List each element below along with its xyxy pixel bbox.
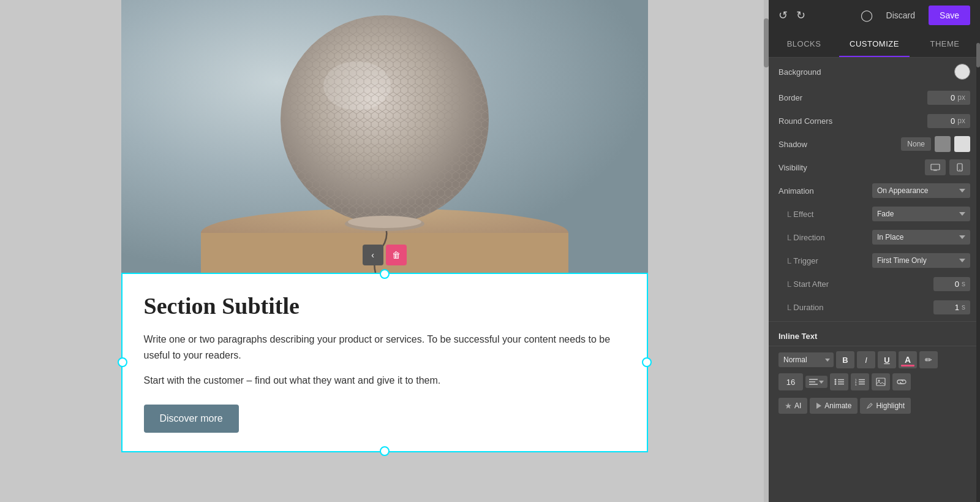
ordered-list-button[interactable]: 1.2.3. <box>851 373 869 390</box>
right-panel: ↺ ↻ ◯ Discard Save BLOCKS CUSTOMIZE THEM… <box>769 0 980 502</box>
panel-toolbar: ↺ ↻ ◯ Discard Save <box>769 0 980 31</box>
direction-select[interactable]: In Place From Left From Right From Top F… <box>872 230 970 245</box>
text-color-button[interactable]: A <box>899 351 917 368</box>
duration-row: Duration 1 s <box>769 295 980 319</box>
image-toolbar: ‹ 🗑 <box>363 245 407 265</box>
round-corners-row: Round Corners 0 px <box>769 109 980 132</box>
start-after-row: Start After 0 s <box>769 272 980 295</box>
text-section[interactable]: Section Subtitle Write one or two paragr… <box>121 273 648 452</box>
bold-button[interactable]: B <box>836 351 854 368</box>
highlight-button[interactable]: Highlight <box>860 398 911 414</box>
shadow-label: Shadow <box>778 140 846 149</box>
round-corners-label: Round Corners <box>778 116 846 126</box>
shadow-none-button[interactable]: None <box>901 137 931 151</box>
discard-button[interactable]: Discard <box>880 7 921 24</box>
svg-point-16 <box>835 379 837 381</box>
color-a-underline <box>901 365 914 367</box>
device-icon[interactable]: ◯ <box>861 9 873 22</box>
border-unit: px <box>957 93 965 102</box>
round-corners-controls: 0 px <box>927 114 970 128</box>
redo-button[interactable]: ↻ <box>796 9 805 22</box>
font-size-input[interactable]: 16 <box>778 373 803 390</box>
visibility-controls <box>925 159 970 175</box>
inline-text-label: Inline Text <box>778 332 817 341</box>
border-controls: 0 px <box>927 91 970 105</box>
toolbar-actions: ◯ Discard Save <box>861 6 970 25</box>
text-style-select[interactable]: Normal Heading 1 Heading 2 Heading 3 <box>778 352 834 367</box>
effect-label: Effect <box>778 210 846 219</box>
visibility-desktop-button[interactable] <box>925 159 946 175</box>
animate-button[interactable]: Animate <box>810 398 858 414</box>
image-block: ‹ 🗑 <box>121 0 648 273</box>
canvas-scrollbar-thumb <box>764 18 769 67</box>
svg-text:3.: 3. <box>855 383 857 386</box>
save-button[interactable]: Save <box>929 6 970 25</box>
section-body-2: Start with the customer – find out what … <box>144 373 625 389</box>
italic-button[interactable]: I <box>857 351 875 368</box>
back-button[interactable]: ‹ <box>363 245 383 265</box>
border-row: Border 0 px <box>769 86 980 109</box>
animation-controls: On Appearance On Click On Scroll <box>872 183 970 198</box>
align-dropdown[interactable] <box>805 376 827 388</box>
undo-button[interactable]: ↺ <box>778 9 788 22</box>
svg-rect-10 <box>931 164 940 170</box>
delete-button[interactable]: 🗑 <box>386 245 407 265</box>
round-corners-unit: px <box>957 116 965 125</box>
start-after-controls: 0 s <box>933 277 970 291</box>
panel-content: Background Border 0 px Round Corners 0 p… <box>769 58 980 502</box>
duration-label: Duration <box>778 303 846 312</box>
svg-point-6 <box>281 15 489 224</box>
visibility-label: Visibility <box>778 163 846 172</box>
tab-customize[interactable]: CUSTOMIZE <box>839 31 910 57</box>
direction-row: Direction In Place From Left From Right … <box>769 226 980 249</box>
effect-select[interactable]: Fade Slide Zoom <box>872 207 970 221</box>
background-label: Background <box>778 67 846 77</box>
start-after-input[interactable]: 0 s <box>933 277 970 291</box>
text-format-row-1: Normal Heading 1 Heading 2 Heading 3 B I… <box>769 346 980 373</box>
insert-image-button[interactable] <box>872 373 890 390</box>
svg-point-7 <box>323 61 391 110</box>
discover-more-button[interactable]: Discover more <box>144 405 239 433</box>
insert-link-button[interactable] <box>892 373 911 390</box>
handle-right-center[interactable] <box>642 357 652 367</box>
ai-button[interactable]: AI <box>778 398 807 414</box>
duration-input[interactable]: 1 s <box>933 300 970 314</box>
svg-point-29 <box>878 380 880 382</box>
tab-blocks[interactable]: BLOCKS <box>769 31 839 57</box>
tab-theme[interactable]: THEME <box>910 31 980 57</box>
eyedropper-button[interactable]: ✏ <box>919 351 938 368</box>
animation-row: Animation On Appearance On Click On Scro… <box>769 179 980 202</box>
handle-left-center[interactable] <box>118 357 127 367</box>
handle-top-center[interactable] <box>380 269 390 279</box>
trigger-label: Trigger <box>778 256 846 265</box>
round-corners-input[interactable]: 0 px <box>927 114 970 128</box>
start-after-label: Start After <box>778 280 846 289</box>
shadow-controls: None <box>901 136 970 152</box>
trigger-select[interactable]: First Time Only Every Time <box>872 253 970 268</box>
svg-point-12 <box>959 169 960 170</box>
panel-scrollbar[interactable] <box>976 31 980 502</box>
handle-bottom-center[interactable] <box>380 446 390 456</box>
visibility-mobile-button[interactable] <box>949 159 970 175</box>
unordered-list-button[interactable] <box>830 373 848 390</box>
canvas-scroll: ‹ 🗑 Section Subtitle Write one or two pa… <box>0 0 769 465</box>
svg-rect-28 <box>876 378 885 386</box>
shadow-dark-swatch[interactable] <box>935 136 951 152</box>
section-body-1: Write one or two paragraphs describing y… <box>144 332 625 363</box>
animation-select[interactable]: On Appearance On Click On Scroll <box>872 183 970 198</box>
direction-label: Direction <box>778 233 846 242</box>
action-row: AI Animate Highlight <box>769 395 980 421</box>
background-color-picker[interactable] <box>954 64 970 80</box>
shadow-light-swatch[interactable] <box>954 136 970 152</box>
svg-point-18 <box>835 381 837 383</box>
panel-scrollbar-thumb <box>976 43 980 67</box>
svg-marker-30 <box>816 403 821 409</box>
direction-controls: In Place From Left From Right From Top F… <box>872 230 970 245</box>
toolbar-left: ↺ ↻ <box>778 9 805 22</box>
underline-button[interactable]: U <box>878 351 896 368</box>
background-row: Background <box>769 58 980 86</box>
border-input[interactable]: 0 px <box>927 91 970 105</box>
panel-tabs: BLOCKS CUSTOMIZE THEME <box>769 31 980 58</box>
svg-point-20 <box>835 383 837 385</box>
canvas-scrollbar[interactable] <box>764 0 769 502</box>
